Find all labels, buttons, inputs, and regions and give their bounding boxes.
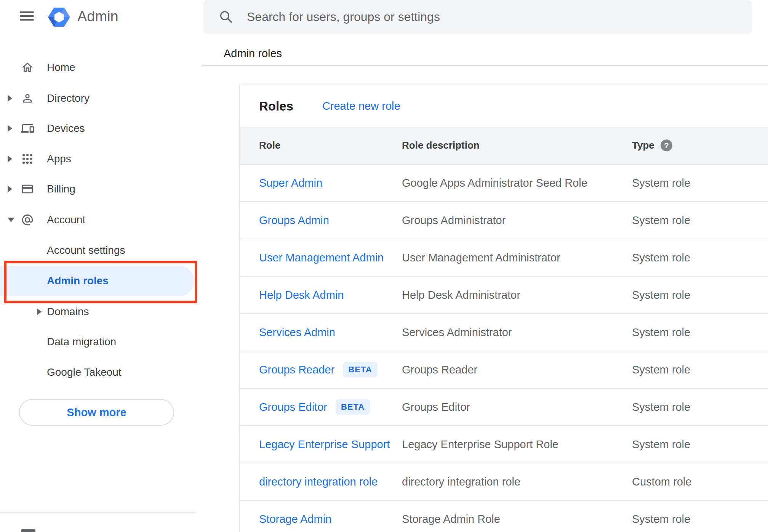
sidebar-item-label: Apps [47,144,71,174]
sidebar-item-label: Domains [47,296,89,327]
role-cell: User Management Admin [259,252,402,264]
role-description-cell: Services Administrator [402,326,632,339]
sidebar-item-devices[interactable]: Devices [0,113,195,144]
chevron-right-icon [8,155,12,162]
role-description-cell: directory integration role [402,476,632,488]
role-link[interactable]: Legacy Enterprise Support [259,438,390,450]
table-row: Groups AdminGroups AdministratorSystem r… [240,201,768,239]
role-link[interactable]: Storage Admin [259,513,331,525]
sidebar-item-domains[interactable]: Domains [0,296,195,327]
sidebar-bottom-divider [0,512,195,513]
sidebar-item-label: Directory [47,83,90,114]
devices-icon [21,122,34,135]
table-row: User Management AdminUser Management Adm… [240,239,768,276]
chevron-right-icon [8,95,12,102]
role-description-cell: Groups Editor [402,401,632,413]
column-header-type: Type ? [632,139,768,151]
chevron-right-icon [8,186,12,192]
role-cell: Super Admin [259,177,402,189]
card-icon [21,183,34,195]
role-cell: Legacy Enterprise Support [259,438,402,451]
sidebar-item-label: Admin roles [47,266,109,296]
table-row: Services AdminServices AdministratorSyst… [240,313,768,351]
roles-card: Roles Create new role Role Role descript… [239,85,768,532]
search-input[interactable] [247,0,734,34]
sidebar-item-admin-roles[interactable]: Admin roles [0,266,195,296]
role-link[interactable]: Super Admin [259,177,322,189]
sidebar-item-account-settings[interactable]: Account settings [0,235,195,266]
breadcrumb: Admin roles [224,46,282,61]
table-header-row: Role Role description Type ? [240,127,768,164]
role-type-cell: System role [632,214,768,227]
role-cell: Help Desk Admin [259,289,402,301]
search-bar[interactable] [203,0,752,34]
column-header-role-description: Role description [402,139,632,151]
home-icon [21,61,34,74]
role-description-cell: Groups Administrator [402,214,632,227]
sidebar-item-account[interactable]: Account [0,205,195,235]
brand-title: Admin [77,8,118,25]
apps-icon [21,152,34,165]
role-type-cell: Custom role [632,476,768,488]
role-link[interactable]: Services Admin [259,326,335,338]
role-description-cell: Help Desk Administrator [402,289,632,301]
role-cell: Groups EditorBETA [259,399,402,415]
role-cell: Groups ReaderBETA [259,362,402,377]
role-link[interactable]: Groups Editor [259,401,327,413]
sidebar-item-home[interactable]: Home [0,52,195,83]
google-admin-console: Admin Admin roles HomeDirectoryDevicesAp… [0,0,768,532]
admin-logo-icon [48,6,70,28]
role-type-cell: System role [632,364,768,376]
sidebar-item-apps[interactable]: Apps [0,144,195,174]
role-link[interactable]: Help Desk Admin [259,289,344,301]
role-link[interactable]: Groups Reader [259,364,334,376]
beta-badge: BETA [336,399,370,415]
column-header-role: Role [259,139,402,151]
search-icon [219,10,233,24]
breadcrumb-divider [202,65,768,66]
sidebar-item-billing[interactable]: Billing [0,174,195,204]
role-description-cell: Storage Admin Role [402,513,632,526]
sidebar-item-label: Devices [47,113,85,144]
sidebar-item-directory[interactable]: Directory [0,83,195,114]
create-new-role-link[interactable]: Create new role [322,100,400,112]
at-icon [21,213,34,226]
role-description-cell: Legacy Enterprise Support Role [402,438,632,451]
beta-badge: BETA [343,362,377,377]
role-link[interactable]: directory integration role [259,476,378,488]
sidebar-item-label: Account settings [47,235,125,266]
chevron-down-icon [8,218,14,222]
role-cell: Groups Admin [259,214,402,227]
table-row: Help Desk AdminHelp Desk AdministratorSy… [240,276,768,313]
role-type-cell: System role [632,513,768,526]
partial-nav-icon [21,529,35,532]
menu-icon[interactable] [20,11,34,21]
role-link[interactable]: User Management Admin [259,252,384,264]
role-type-cell: System role [632,401,768,413]
chevron-right-icon [37,308,42,315]
table-row: Storage AdminStorage Admin RoleSystem ro… [240,500,768,532]
table-row: Super AdminGoogle Apps Administrator See… [240,164,768,201]
role-link[interactable]: Groups Admin [259,214,329,226]
role-description-cell: Groups Reader [402,364,632,376]
role-cell: Storage Admin [259,513,402,526]
role-type-cell: System role [632,326,768,339]
show-more-button[interactable]: Show more [19,399,174,426]
role-type-cell: System role [632,438,768,451]
role-type-cell: System role [632,177,768,189]
sidebar-item-google-takeout[interactable]: Google Takeout [0,357,195,388]
table-row: Groups ReaderBETAGroups ReaderSystem rol… [240,351,768,388]
table-body: Super AdminGoogle Apps Administrator See… [240,164,768,532]
chevron-right-icon [8,125,12,132]
role-cell: directory integration role [259,476,402,488]
help-icon[interactable]: ? [661,139,672,151]
table-row: Legacy Enterprise SupportLegacy Enterpri… [240,425,768,463]
sidebar-item-label: Home [47,52,75,83]
table-row: Groups EditorBETAGroups EditorSystem rol… [240,388,768,425]
sidebar-item-label: Billing [47,174,75,204]
table-row: directory integration roledirectory inte… [240,463,768,500]
role-type-cell: System role [632,289,768,301]
sidebar-item-label: Data migration [47,327,116,357]
role-type-cell: System role [632,252,768,264]
sidebar-item-data-migration[interactable]: Data migration [0,327,195,357]
